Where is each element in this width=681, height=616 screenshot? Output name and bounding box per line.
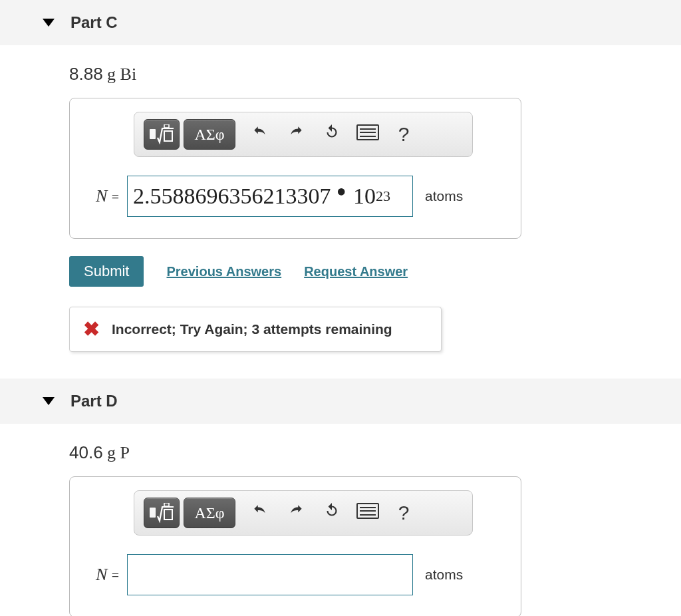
help-button[interactable]: ? [392,123,415,146]
action-row-c: Submit Previous Answers Request Answer [69,256,681,287]
undo-icon [251,125,269,145]
answer-input-d[interactable] [127,554,413,595]
answer-box-c: ΑΣφ [69,98,521,239]
variable-label: N = [84,186,119,206]
greek-symbols-button[interactable]: ΑΣφ [184,119,235,150]
reset-button[interactable] [321,124,343,146]
help-icon: ? [398,123,410,145]
svg-rect-5 [164,503,169,506]
answer-box-d: ΑΣφ [69,476,521,616]
unit-label: atoms [425,188,463,204]
previous-answers-link[interactable]: Previous Answers [166,264,281,279]
input-row-c: N = 2.5588696356213307 • 1023 atoms [84,176,506,217]
template-fraction-root-icon [149,124,174,144]
part-d-header[interactable]: Part D [0,379,681,424]
unit-label: atoms [425,567,463,583]
prompt-unit: g [107,65,116,84]
equation-toolbar: ΑΣφ [134,112,473,157]
template-button[interactable] [144,498,180,528]
feedback-text: Incorrect; Try Again; 3 attempts remaini… [112,321,392,337]
part-d-section: Part D 40.6 g P [0,379,681,616]
template-button[interactable] [144,119,180,150]
greek-label: ΑΣφ [194,504,224,522]
prompt-element: P [120,443,130,462]
svg-rect-2 [164,124,169,128]
svg-rect-3 [150,508,156,518]
part-c-title: Part C [70,13,118,32]
part-c-prompt: 8.88 g Bi [69,64,681,84]
part-c-section: Part C 8.88 g Bi [0,0,681,352]
feedback-box: ✖ Incorrect; Try Again; 3 attempts remai… [69,307,442,352]
part-d-body: 40.6 g P ΑΣφ [0,442,681,616]
part-c-body: 8.88 g Bi ΑΣφ [0,64,681,352]
greek-symbols-button[interactable]: ΑΣφ [184,498,235,528]
keyboard-icon [356,124,379,140]
prompt-value: 40.6 [69,442,103,462]
undo-icon [251,504,269,524]
redo-button[interactable] [285,124,307,146]
help-button[interactable]: ? [392,502,415,524]
keyboard-button[interactable] [356,124,379,145]
greek-label: ΑΣφ [194,126,224,144]
svg-rect-0 [150,129,156,139]
redo-icon [287,125,305,145]
reset-button[interactable] [321,502,343,524]
undo-button[interactable] [249,124,271,146]
equation-toolbar: ΑΣφ [134,490,473,536]
keyboard-icon [356,503,379,519]
undo-button[interactable] [249,502,271,524]
answer-input-c[interactable]: 2.5588696356213307 • 1023 [127,176,413,217]
part-d-prompt: 40.6 g P [69,442,681,463]
submit-button-c[interactable]: Submit [69,256,144,287]
redo-icon [287,504,305,524]
reset-icon [323,125,340,145]
part-d-title: Part D [70,392,118,410]
answer-base: 10 [353,184,376,209]
help-icon: ? [398,502,410,524]
incorrect-icon: ✖ [83,319,100,339]
prompt-unit: g [107,443,116,462]
redo-button[interactable] [285,502,307,524]
template-fraction-root-icon [149,503,174,523]
variable-label: N = [84,565,119,585]
request-answer-link-c[interactable]: Request Answer [304,264,408,279]
svg-rect-4 [164,510,172,520]
input-row-d: N = atoms [84,554,506,595]
collapse-caret-icon [43,19,55,27]
prompt-element: Bi [120,65,137,84]
svg-rect-1 [164,131,172,141]
reset-icon [323,504,340,524]
answer-exponent: 23 [376,188,390,205]
answer-mantissa: 2.5588696356213307 [133,184,331,209]
keyboard-button[interactable] [356,503,379,524]
collapse-caret-icon [43,397,55,405]
prompt-value: 8.88 [69,64,103,84]
part-c-header[interactable]: Part C [0,0,681,45]
